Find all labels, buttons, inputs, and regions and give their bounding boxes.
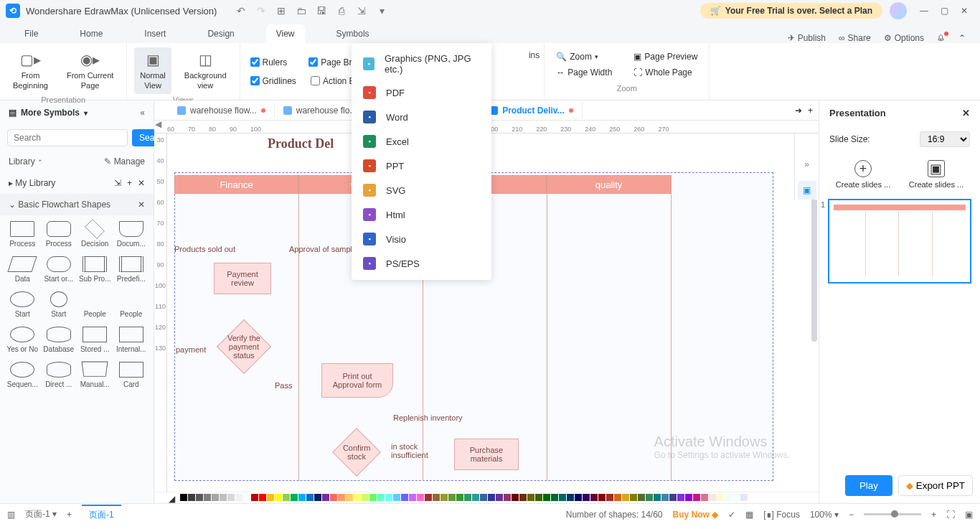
shape-people[interactable]: People — [78, 289, 112, 321]
shape-direct-[interactable]: Direct ... — [42, 359, 76, 391]
zoom-slider[interactable] — [864, 513, 921, 515]
document-tab[interactable]: Product Deliv... — [481, 103, 582, 118]
shape-docum-[interactable]: Docum... — [115, 218, 149, 251]
color-swatch[interactable] — [590, 494, 598, 501]
color-swatch[interactable] — [267, 494, 274, 501]
shape-start[interactable]: Start — [42, 289, 76, 321]
color-swatch[interactable] — [251, 494, 258, 501]
page-list-icon[interactable]: ▥ — [7, 510, 15, 520]
close-shapes-icon[interactable]: ✕ — [138, 200, 145, 210]
shape-database[interactable]: Database — [42, 324, 76, 356]
color-swatch[interactable] — [298, 494, 306, 501]
page-preview-button[interactable]: ▣Page Preview — [633, 52, 697, 62]
color-swatch[interactable] — [488, 494, 495, 501]
color-swatch[interactable] — [377, 494, 385, 501]
notifications-icon[interactable]: 🕭 — [937, 33, 946, 43]
gridlines-checkbox[interactable]: Gridlines — [250, 76, 296, 86]
color-swatch[interactable] — [543, 494, 550, 501]
color-swatch[interactable] — [725, 494, 732, 501]
canvas[interactable]: Product Del Finance ware se quality Prod… — [167, 134, 819, 492]
shape-start-or-[interactable]: Start or... — [42, 253, 76, 286]
color-swatch[interactable] — [496, 494, 503, 501]
shape-print-approval[interactable]: Print out Approval form — [321, 363, 393, 398]
color-swatch[interactable] — [732, 494, 740, 501]
color-swatch[interactable] — [354, 494, 361, 501]
color-swatch[interactable] — [393, 494, 400, 501]
export-graphics-png-jpg-etc-[interactable]: ▪Graphics (PNG, JPG etc.) — [352, 47, 491, 80]
color-swatch[interactable] — [401, 494, 408, 501]
new-icon[interactable]: ⊞ — [273, 2, 290, 19]
manage-button[interactable]: ✎ Manage — [104, 156, 145, 167]
color-swatch[interactable] — [567, 494, 574, 501]
color-swatch[interactable] — [575, 494, 582, 501]
expand-right-icon[interactable]: » — [798, 155, 816, 174]
export-excel[interactable]: ▪Excel — [352, 129, 491, 154]
color-swatch[interactable] — [654, 494, 661, 501]
color-swatch[interactable] — [330, 494, 337, 501]
zoom-level[interactable]: 100% ▾ — [810, 510, 839, 520]
shape-predefi-[interactable]: Predefi... — [115, 253, 149, 286]
shape-process[interactable]: Process — [6, 218, 39, 251]
undo-icon[interactable]: ↶ — [232, 2, 250, 19]
color-swatch[interactable] — [204, 494, 211, 501]
shape-card[interactable]: Card — [115, 359, 149, 391]
color-swatch[interactable] — [669, 494, 677, 501]
color-swatch[interactable] — [180, 494, 187, 501]
swimlane-quality[interactable]: quality — [547, 175, 671, 194]
shape-decision[interactable]: Decision — [78, 218, 112, 251]
color-swatch[interactable] — [583, 494, 590, 501]
focus-button[interactable]: [∎] Focus — [763, 510, 800, 520]
color-swatch[interactable] — [638, 494, 645, 501]
color-swatch[interactable] — [409, 494, 416, 501]
color-swatch[interactable] — [275, 494, 282, 501]
presentation-strip-icon[interactable]: ▣ — [798, 181, 816, 200]
publish-button[interactable]: ✈Publish — [788, 33, 826, 43]
page-width-button[interactable]: ↔Page Width — [556, 67, 612, 78]
color-swatch[interactable] — [291, 494, 298, 501]
color-swatch[interactable] — [551, 494, 558, 501]
export-ps-eps[interactable]: ▪PS/EPS — [352, 251, 491, 276]
buy-now-link[interactable]: Buy Now ◆ — [673, 510, 719, 520]
shape-process[interactable]: Process — [42, 218, 76, 251]
from-current-button[interactable]: ◉▸From Current Page — [61, 47, 119, 94]
search-input[interactable] — [7, 129, 128, 146]
color-swatch[interactable] — [693, 494, 700, 501]
color-swatch[interactable] — [338, 494, 345, 501]
color-swatch[interactable] — [472, 494, 479, 501]
color-swatch[interactable] — [433, 494, 440, 501]
my-library-item[interactable]: ▸ My Library — [9, 178, 55, 188]
zoom-button[interactable]: 🔍Zoom▾ — [556, 52, 612, 62]
menu-design[interactable]: Design — [197, 24, 244, 43]
share-button[interactable]: ∞Share — [839, 33, 871, 43]
spell-check-icon[interactable]: ✓ — [728, 510, 735, 520]
color-swatch[interactable] — [614, 494, 621, 501]
export-pdf[interactable]: ▪PDF — [352, 80, 491, 105]
color-swatch[interactable] — [212, 494, 219, 501]
color-swatch[interactable] — [314, 494, 321, 501]
add-icon[interactable]: + — [127, 178, 132, 188]
create-slides-auto[interactable]: +Create slides ... — [836, 160, 890, 189]
color-swatch[interactable] — [685, 494, 692, 501]
color-swatch[interactable] — [740, 494, 748, 501]
export-ppt-button[interactable]: ◆Export PPT — [898, 475, 973, 496]
color-swatch[interactable] — [717, 494, 724, 501]
normal-view-button[interactable]: ▣Normal View — [134, 47, 171, 94]
color-swatch[interactable] — [322, 494, 329, 501]
color-swatch[interactable] — [622, 494, 629, 501]
trial-banner[interactable]: 🛒 Your Free Trial is over. Select a Plan — [700, 3, 882, 19]
color-swatch[interactable] — [598, 494, 606, 501]
maximize-button[interactable]: ▢ — [934, 6, 954, 16]
export-visio[interactable]: ▪Visio — [352, 227, 491, 251]
export-html[interactable]: ▪Html — [352, 202, 491, 227]
chevron-up-icon[interactable]: ⌃ — [37, 159, 43, 166]
close-button[interactable]: ✕ — [954, 6, 974, 16]
add-page-icon[interactable]: + — [67, 510, 72, 520]
play-button[interactable]: Play — [845, 475, 892, 496]
background-view-button[interactable]: ◫Background view — [179, 47, 232, 94]
color-swatch[interactable] — [235, 494, 242, 501]
whole-page-button[interactable]: ⛶Whole Page — [633, 67, 697, 78]
color-swatch[interactable] — [440, 494, 448, 501]
color-swatch[interactable] — [504, 494, 511, 501]
color-swatch[interactable] — [480, 494, 487, 501]
shape-data[interactable]: Data — [6, 253, 39, 286]
